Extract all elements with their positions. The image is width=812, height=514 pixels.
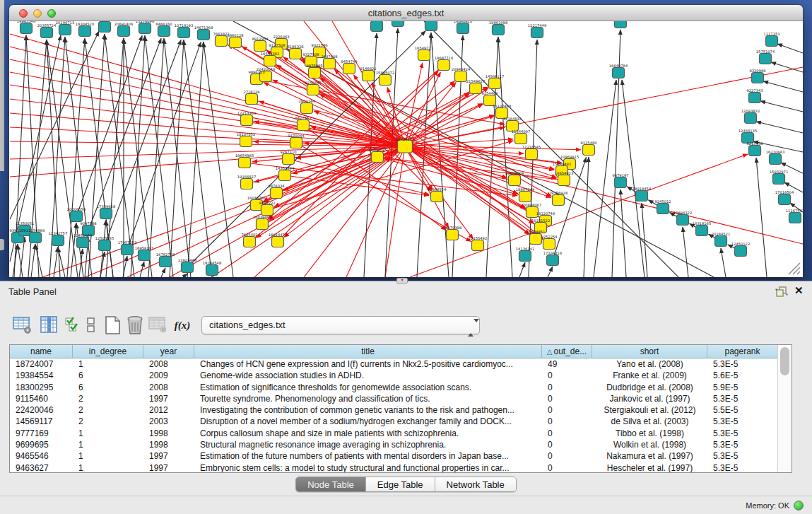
table-row[interactable]: 2242004622012Investigating the contribut…	[10, 404, 777, 416]
tab-edge-table[interactable]: Edge Table	[366, 477, 435, 491]
graph-node[interactable]	[52, 235, 64, 246]
row-height-button[interactable]	[85, 314, 98, 337]
close-icon[interactable]: ✕	[794, 284, 804, 297]
column-header-year[interactable]: year	[143, 345, 194, 358]
graph-node[interactable]	[530, 234, 542, 245]
graph-node[interactable]	[257, 219, 269, 230]
graph-node[interactable]	[307, 85, 319, 95]
graph-node[interactable]	[206, 265, 218, 276]
graph-node[interactable]	[71, 211, 83, 222]
graph-node[interactable]	[613, 68, 625, 78]
graph-node[interactable]	[455, 71, 467, 82]
graph-node[interactable]	[241, 179, 253, 189]
graph-node[interactable]	[160, 257, 172, 267]
graph-node[interactable]	[118, 26, 130, 37]
graph-node[interactable]	[543, 239, 555, 250]
window-titlebar[interactable]: citations_edges.txt	[9, 5, 803, 21]
graph-node[interactable]	[431, 192, 443, 202]
panel-collapse-handle[interactable]	[0, 239, 4, 250]
graph-node[interactable]	[398, 140, 413, 153]
graph-node[interactable]	[789, 213, 801, 223]
table-row[interactable]: 969969511998Structural magnetic resonanc…	[10, 439, 777, 450]
graph-node[interactable]	[519, 192, 531, 202]
network-canvas[interactable]: 1996554620355724201967131830452010853287…	[9, 21, 803, 277]
graph-node[interactable]	[241, 115, 253, 126]
function-builder-button[interactable]: f(x)	[172, 314, 193, 337]
graph-node[interactable]	[677, 215, 689, 226]
graph-node[interactable]	[279, 170, 291, 181]
graph-node[interactable]	[100, 209, 112, 219]
graph-node[interactable]	[438, 60, 450, 71]
graph-node[interactable]	[766, 36, 778, 47]
table-row[interactable]: 977716911998Corpus callosum shape and si…	[10, 428, 777, 439]
graph-node[interactable]	[99, 240, 111, 251]
delete-attribute-button[interactable]	[124, 314, 146, 337]
graph-node[interactable]	[301, 103, 313, 114]
graph-node[interactable]	[240, 136, 252, 147]
graph-node[interactable]	[509, 175, 521, 186]
graph-node[interactable]	[139, 250, 151, 261]
graph-node[interactable]	[457, 23, 469, 34]
table-row[interactable]: 911546021997Tourette syndrome. Phenomeno…	[10, 393, 777, 404]
graph-node[interactable]	[290, 49, 302, 59]
graph-node[interactable]	[158, 26, 170, 37]
graph-node[interactable]	[531, 28, 543, 38]
graph-node[interactable]	[519, 251, 531, 262]
graph-node[interactable]	[371, 21, 383, 32]
memory-status-icon[interactable]	[794, 501, 804, 510]
graph-node[interactable]	[636, 191, 648, 201]
scrollbar-thumb[interactable]	[780, 347, 789, 375]
graph-node[interactable]	[447, 230, 459, 240]
table-row[interactable]: 946554611997Estimation of the future num…	[10, 450, 777, 462]
graph-node[interactable]	[261, 205, 273, 216]
graph-node[interactable]	[79, 26, 91, 37]
graph-node[interactable]	[749, 146, 761, 156]
float-window-icon[interactable]	[775, 286, 788, 298]
graph-node[interactable]	[290, 138, 302, 148]
tab-node-table[interactable]: Node Table	[296, 477, 366, 491]
graph-node[interactable]	[715, 236, 727, 247]
table-options-button[interactable]	[11, 314, 34, 337]
graph-node[interactable]	[760, 54, 772, 64]
graph-node[interactable]	[583, 145, 595, 156]
table-scrollbar[interactable]	[777, 345, 792, 472]
graph-node[interactable]	[77, 238, 89, 248]
graph-node[interactable]	[182, 262, 194, 273]
graph-node[interactable]	[20, 23, 33, 34]
graph-node[interactable]	[558, 175, 570, 186]
graph-node[interactable]	[553, 195, 565, 206]
tab-network-table[interactable]: Network Table	[435, 477, 516, 491]
graph-node[interactable]	[298, 120, 310, 131]
graph-node[interactable]	[696, 226, 708, 236]
graph-node[interactable]	[752, 73, 764, 83]
graph-node[interactable]	[216, 36, 228, 47]
graph-node[interactable]	[615, 177, 627, 188]
graph-node[interactable]	[254, 41, 266, 52]
table-row[interactable]: 1830029562008Estimation of significance …	[10, 382, 777, 393]
graph-node[interactable]	[526, 149, 538, 160]
graph-node[interactable]	[99, 22, 111, 33]
table-row[interactable]: 946362711997Embryonic stem cells: a mode…	[10, 462, 777, 472]
graph-node[interactable]	[773, 174, 785, 185]
graph-node[interactable]	[615, 21, 627, 28]
graph-node[interactable]	[779, 194, 791, 205]
column-header-pagerank[interactable]: pagerank	[707, 345, 777, 358]
graph-node[interactable]	[472, 240, 484, 251]
graph-node[interactable]	[470, 83, 482, 94]
table-row[interactable]: 1938455462009Genome-wide association stu…	[10, 370, 777, 381]
graph-node[interactable]	[139, 23, 151, 34]
select-attributes-button[interactable]	[64, 314, 82, 337]
graph-node[interactable]	[246, 94, 258, 105]
graph-node[interactable]	[372, 152, 384, 163]
graph-node[interactable]	[122, 245, 134, 255]
graph-node[interactable]	[489, 78, 501, 89]
graph-node[interactable]	[283, 154, 295, 165]
graph-node[interactable]	[41, 28, 53, 38]
graph-node[interactable]	[272, 237, 284, 247]
graph-node[interactable]	[547, 255, 559, 266]
column-header-title[interactable]: title	[194, 345, 542, 358]
graph-node[interactable]	[271, 188, 283, 199]
graph-node[interactable]	[749, 93, 761, 103]
graph-node[interactable]	[363, 71, 375, 81]
graph-node[interactable]	[178, 28, 190, 38]
